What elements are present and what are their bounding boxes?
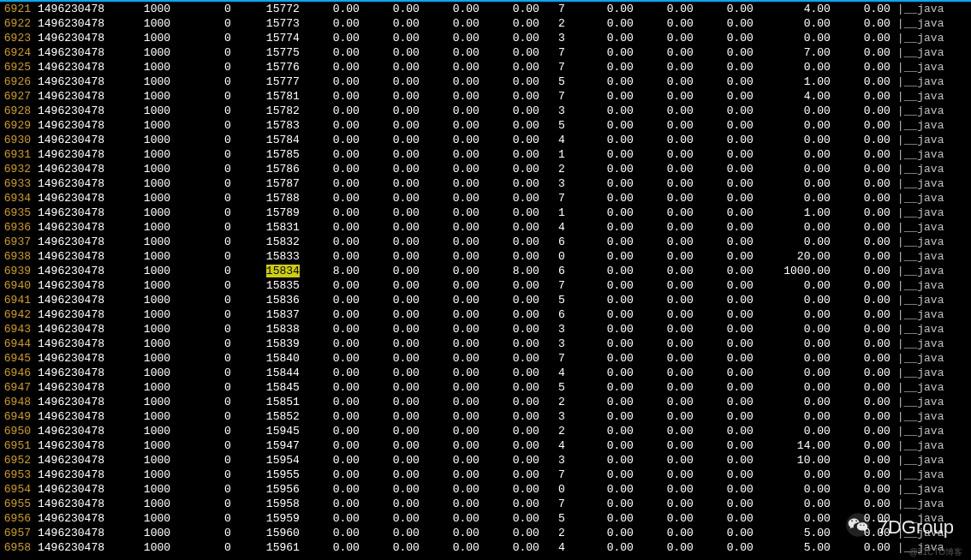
col7: 0.00	[423, 540, 483, 555]
col8: 0.00	[483, 31, 543, 45]
col9: 3	[543, 453, 569, 468]
col6: 0.00	[363, 526, 423, 540]
col5: 0.00	[303, 89, 363, 104]
col7: 0.00	[423, 133, 483, 147]
command: |__java	[894, 104, 971, 118]
col7: 0.00	[423, 468, 483, 482]
col12: 0.00	[697, 482, 757, 497]
line-number: 6954	[0, 482, 34, 497]
col6: 0.00	[363, 395, 423, 409]
tid: 15947	[235, 438, 303, 453]
timestamp: 1496230478	[34, 31, 140, 45]
highlighted-tid: 15834	[266, 265, 300, 277]
col14: 0.00	[834, 424, 894, 438]
col6: 0.00	[363, 249, 423, 264]
timestamp: 1496230478	[34, 278, 140, 293]
col12: 0.00	[697, 206, 757, 220]
col14: 0.00	[834, 162, 894, 176]
col12: 0.00	[697, 2, 757, 16]
col8: 0.00	[483, 337, 543, 351]
col8: 0.00	[483, 438, 543, 453]
tid: 15851	[235, 395, 303, 409]
col9: 1	[543, 206, 569, 220]
col14: 0.00	[834, 337, 894, 351]
col13: 0.00	[757, 104, 834, 118]
tid: 15844	[235, 366, 303, 380]
line-number: 6949	[0, 409, 34, 424]
col8: 0.00	[483, 278, 543, 293]
col13: 20.00	[757, 249, 834, 264]
col7: 0.00	[423, 249, 483, 264]
col11: 0.00	[637, 278, 697, 293]
col5: 0.00	[303, 307, 363, 322]
col3: 0	[183, 16, 235, 31]
col14: 0.00	[834, 264, 894, 278]
uid: 1000	[140, 526, 183, 540]
command: |__java	[894, 380, 971, 395]
col6: 0.00	[363, 31, 423, 45]
col8: 0.00	[483, 206, 543, 220]
col14: 0.00	[834, 453, 894, 468]
table-row: 6925149623047810000157760.000.000.000.00…	[0, 60, 971, 74]
col9: 5	[543, 293, 569, 307]
col3: 0	[183, 468, 235, 482]
col5: 0.00	[303, 482, 363, 497]
col12: 0.00	[697, 176, 757, 191]
col8: 0.00	[483, 540, 543, 555]
col8: 0.00	[483, 366, 543, 380]
col6: 0.00	[363, 380, 423, 395]
col10: 0.00	[569, 118, 637, 133]
command: |__java	[894, 118, 971, 133]
col13: 14.00	[757, 438, 834, 453]
col9: 0	[543, 249, 569, 264]
col9: 1	[543, 147, 569, 162]
col10: 0.00	[569, 526, 637, 540]
col6: 0.00	[363, 511, 423, 526]
tid: 15833	[235, 249, 303, 264]
table-row: 6937149623047810000158320.000.000.000.00…	[0, 235, 971, 249]
uid: 1000	[140, 438, 183, 453]
table-row: 6945149623047810000158400.000.000.000.00…	[0, 351, 971, 366]
col5: 0.00	[303, 104, 363, 118]
uid: 1000	[140, 104, 183, 118]
col6: 0.00	[363, 322, 423, 337]
col7: 0.00	[423, 176, 483, 191]
table-row: 6927149623047810000157810.000.000.000.00…	[0, 89, 971, 104]
col12: 0.00	[697, 307, 757, 322]
timestamp: 1496230478	[34, 366, 140, 380]
tid: 15958	[235, 497, 303, 511]
col14: 0.00	[834, 395, 894, 409]
col9: 2	[543, 162, 569, 176]
col7: 0.00	[423, 511, 483, 526]
timestamp: 1496230478	[34, 293, 140, 307]
tid: 15789	[235, 206, 303, 220]
tid: 15782	[235, 104, 303, 118]
col14: 0.00	[834, 104, 894, 118]
col12: 0.00	[697, 89, 757, 104]
uid: 1000	[140, 2, 183, 16]
tid: 15836	[235, 293, 303, 307]
table-row: 6949149623047810000158520.000.000.000.00…	[0, 409, 971, 424]
col5: 0.00	[303, 2, 363, 16]
tid: 15945	[235, 424, 303, 438]
col10: 0.00	[569, 278, 637, 293]
col7: 0.00	[423, 526, 483, 540]
col8: 0.00	[483, 293, 543, 307]
timestamp: 1496230478	[34, 45, 140, 60]
command: |__java	[894, 497, 971, 511]
command: |__java	[894, 351, 971, 366]
col12: 0.00	[697, 380, 757, 395]
col14: 0.00	[834, 380, 894, 395]
tid: 15773	[235, 16, 303, 31]
line-number: 6942	[0, 307, 34, 322]
col6: 0.00	[363, 453, 423, 468]
uid: 1000	[140, 468, 183, 482]
col14: 0.00	[834, 89, 894, 104]
col6: 0.00	[363, 235, 423, 249]
line-number: 6927	[0, 89, 34, 104]
uid: 1000	[140, 206, 183, 220]
col9: 7	[543, 89, 569, 104]
col12: 0.00	[697, 16, 757, 31]
col5: 0.00	[303, 176, 363, 191]
col11: 0.00	[637, 424, 697, 438]
